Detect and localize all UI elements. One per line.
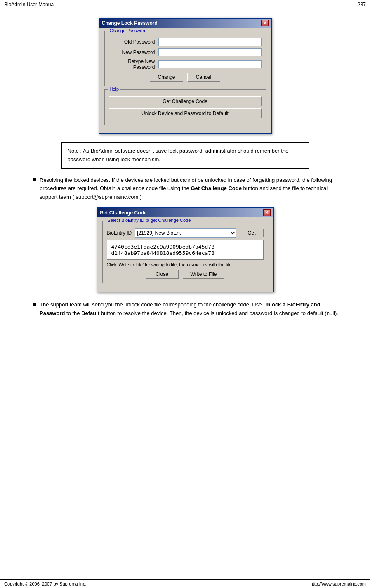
get-challenge-code-button[interactable]: Get Challenge Code: [109, 96, 262, 106]
new-password-label: New Password: [109, 49, 158, 55]
bullet-item-1: Resolving the locked devices. If the dev…: [33, 176, 345, 202]
get-challenge-title: Get Challenge Code: [100, 210, 147, 216]
change-lock-body: Change Password Old Password New Passwor…: [99, 28, 271, 133]
bioentry-group-label: Select BioEntry ID to get Challenge Code: [106, 218, 193, 223]
bioentry-group: Select BioEntry ID to get Challenge Code…: [102, 221, 268, 283]
change-password-group: Change Password Old Password New Passwor…: [104, 31, 266, 86]
bullet-2-after: button to resolve the device. Then, the …: [99, 310, 338, 316]
get-challenge-close-button[interactable]: ✕: [263, 209, 271, 216]
change-cancel-btn-row: Change Cancel: [109, 73, 262, 82]
bullet-2-text: The support team will send you the unloc…: [40, 301, 345, 318]
change-lock-close-button[interactable]: ✕: [261, 20, 269, 26]
change-button[interactable]: Change: [150, 73, 183, 82]
challenge-code-box: 4740cd3e1fdae2c9a9909bedb7a45d78 d1f48ab…: [107, 240, 264, 260]
footer-right: http://www.supremainc.com: [311, 581, 366, 586]
retype-password-label: Retype New Password: [109, 59, 158, 70]
get-challenge-titlebar: Get Challenge Code ✕: [97, 208, 273, 217]
help-group-label: Help: [108, 87, 121, 92]
unlock-device-button[interactable]: Unlock Device and Password to Default: [109, 108, 262, 118]
note-text: Note : As BioAdmin software doesn't save…: [68, 148, 289, 162]
bioentry-id-label: BioEntry ID: [107, 230, 132, 236]
page-header: BioAdmin User Manual 237: [0, 0, 370, 9]
old-password-row: Old Password: [109, 38, 262, 46]
change-lock-title: Change Lock Password: [102, 20, 158, 26]
retype-password-row: Retype New Password: [109, 59, 262, 70]
get-challenge-body: Select BioEntry ID to get Challenge Code…: [97, 217, 273, 292]
bioentry-row: BioEntry ID [21929] New BioEnt Get: [107, 228, 264, 238]
code-line-2: d1f48ab97ba8440818ed9559c64eca78: [111, 250, 259, 256]
bullet-section-1: Resolving the locked devices. If the dev…: [33, 176, 345, 202]
bullet-circle-icon: [33, 303, 36, 306]
bullet-2-bold2: Default: [81, 310, 99, 316]
write-to-file-hint: Click 'Write to File' for writing to fil…: [107, 262, 264, 267]
close-write-btn-row: Close Write to File: [107, 270, 264, 279]
change-lock-titlebar: Change Lock Password ✕: [99, 19, 271, 28]
bullet-item-2: The support team will send you the unloc…: [33, 301, 345, 318]
bullet-1-text: Resolving the locked devices. If the dev…: [40, 176, 345, 202]
get-challenge-code-dialog: Get Challenge Code ✕ Select BioEntry ID …: [97, 207, 274, 292]
bullet-1-bold: Get Challenge Code: [191, 185, 242, 191]
bullet-2-middle: to the: [65, 310, 81, 316]
old-password-input[interactable]: [158, 38, 262, 46]
change-password-group-label: Change Password: [108, 28, 148, 33]
header-left: BioAdmin User Manual: [4, 2, 55, 7]
page-content: Change Lock Password ✕ Change Password O…: [0, 9, 370, 332]
old-password-label: Old Password: [109, 39, 158, 45]
page-footer: Copyright © 2006, 2007 by Suprema Inc. h…: [0, 579, 370, 588]
bioentry-id-select[interactable]: [21929] New BioEnt: [135, 228, 236, 238]
close-button[interactable]: Close: [146, 270, 179, 279]
new-password-row: New Password: [109, 48, 262, 56]
write-to-file-button[interactable]: Write to File: [183, 270, 225, 279]
header-right: 237: [358, 2, 366, 7]
cancel-button[interactable]: Cancel: [187, 73, 220, 82]
footer-left: Copyright © 2006, 2007 by Suprema Inc.: [4, 581, 87, 586]
code-line-1: 4740cd3e1fdae2c9a9909bedb7a45d78: [111, 244, 259, 250]
get-code-button[interactable]: Get: [240, 229, 263, 237]
bullet-section-2: The support team will send you the unloc…: [33, 301, 345, 318]
change-lock-password-dialog: Change Lock Password ✕ Change Password O…: [99, 18, 272, 134]
help-group: Help Get Challenge Code Unlock Device an…: [104, 89, 266, 125]
note-box: Note : As BioAdmin software doesn't save…: [61, 142, 309, 169]
bullet-square-icon: [33, 178, 36, 181]
new-password-input[interactable]: [158, 48, 262, 56]
bullet-2-before: The support team will send you the unloc…: [40, 301, 267, 308]
retype-password-input[interactable]: [158, 60, 262, 68]
